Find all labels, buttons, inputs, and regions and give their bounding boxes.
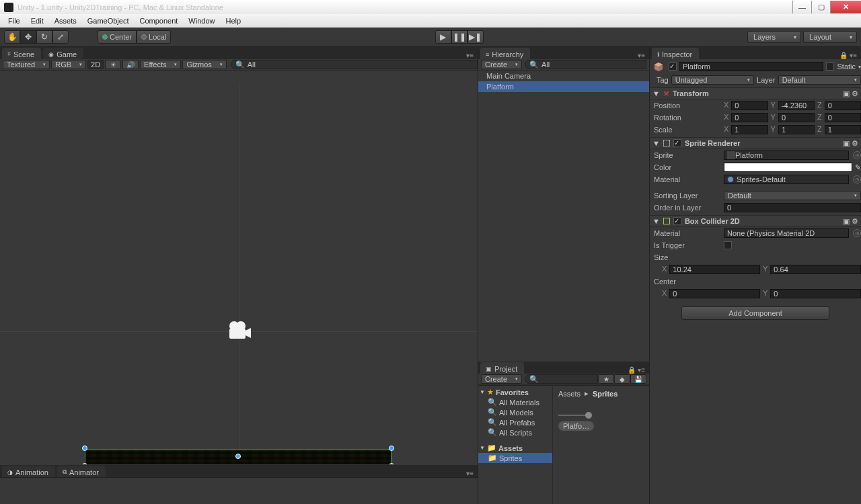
selection-handle-tl[interactable] bbox=[82, 446, 87, 451]
collider-center-y-input[interactable]: 0 bbox=[770, 289, 861, 298]
add-component-button[interactable]: Add Component bbox=[681, 306, 829, 320]
tab-inspector[interactable]: ℹInspector bbox=[652, 48, 699, 59]
camera-gizmo-icon[interactable] bbox=[227, 321, 252, 341]
menu-component[interactable]: Component bbox=[134, 17, 183, 25]
tab-scene[interactable]: ⌗Scene bbox=[2, 48, 41, 59]
project-thumbnail-slider[interactable] bbox=[558, 415, 589, 416]
project-favorites-header[interactable]: ▼★Favorites bbox=[478, 387, 552, 397]
layer-dropdown[interactable]: Default bbox=[778, 75, 861, 85]
material-object-field[interactable]: Sprites-Default bbox=[724, 175, 849, 184]
help-icon[interactable]: ▣ bbox=[843, 139, 850, 147]
tag-dropdown[interactable]: Untagged bbox=[671, 75, 754, 85]
hierarchy-item-main-camera[interactable]: Main Camera bbox=[478, 71, 649, 81]
box-collider-enabled-checkbox[interactable] bbox=[673, 217, 681, 225]
hierarchy-panel-options[interactable]: ▾≡ bbox=[638, 52, 649, 59]
pivot-rotation-button[interactable]: Local bbox=[137, 30, 171, 44]
project-create-dropdown[interactable]: Create bbox=[481, 374, 522, 384]
scene-search-input[interactable]: 🔍All bbox=[231, 60, 478, 69]
collider-size-y-input[interactable]: 0.64 bbox=[770, 265, 861, 274]
scene-view-canvas[interactable] bbox=[0, 71, 478, 464]
collider-size-x-input[interactable]: 10.24 bbox=[669, 265, 760, 274]
step-button[interactable]: ▶❚ bbox=[467, 30, 484, 44]
project-breadcrumb[interactable]: Assets▸Sprites bbox=[558, 388, 644, 398]
tab-animator[interactable]: ⧉Animator bbox=[57, 466, 106, 477]
hierarchy-create-dropdown[interactable]: Create bbox=[481, 60, 522, 69]
sprite-picker-button[interactable]: ⊙ bbox=[853, 151, 861, 159]
project-fav-models[interactable]: 🔍All Models bbox=[478, 407, 552, 417]
effects-dropdown[interactable]: Effects bbox=[140, 60, 181, 69]
order-in-layer-input[interactable]: 0 bbox=[724, 203, 861, 212]
menu-help[interactable]: Help bbox=[220, 17, 246, 25]
gizmos-dropdown[interactable]: Gizmos bbox=[182, 60, 226, 69]
mode-2d-toggle[interactable]: 2D bbox=[87, 60, 104, 69]
rotation-x-input[interactable]: 0 bbox=[731, 113, 768, 122]
window-maximize-button[interactable]: ▢ bbox=[811, 1, 830, 13]
tab-game[interactable]: ◉Game bbox=[43, 48, 83, 59]
project-fav-materials[interactable]: 🔍All Materials bbox=[478, 397, 552, 407]
selection-handle-br[interactable] bbox=[389, 463, 394, 464]
position-z-input[interactable]: 0 bbox=[825, 101, 861, 110]
rotation-y-input[interactable]: 0 bbox=[778, 113, 815, 122]
sprite-renderer-enabled-checkbox[interactable] bbox=[673, 139, 681, 147]
menu-file[interactable]: File bbox=[3, 17, 26, 25]
color-eyedropper-icon[interactable]: ✎ bbox=[855, 163, 861, 172]
is-trigger-checkbox[interactable] bbox=[724, 241, 732, 249]
help-icon[interactable]: ▣ bbox=[843, 217, 850, 225]
layout-dropdown[interactable]: Layout bbox=[803, 31, 857, 43]
gear-icon[interactable]: ⚙ bbox=[852, 89, 858, 97]
project-search-input[interactable]: 🔍 bbox=[525, 374, 598, 384]
shaded-dropdown[interactable]: Textured bbox=[3, 60, 50, 69]
hand-tool-button[interactable]: ✋ bbox=[4, 30, 20, 44]
collider-material-field[interactable]: None (Physics Material 2D bbox=[724, 228, 849, 238]
pause-button[interactable]: ❚❚ bbox=[451, 30, 467, 44]
project-filter-type[interactable]: ◆ bbox=[614, 374, 630, 384]
rgb-dropdown[interactable]: RGB bbox=[51, 60, 86, 69]
material-picker-button[interactable]: ⊙ bbox=[853, 175, 861, 183]
scene-panel-options[interactable]: ▾≡ bbox=[466, 52, 478, 59]
gameobject-active-checkbox[interactable] bbox=[669, 62, 677, 71]
menu-assets[interactable]: Assets bbox=[49, 17, 82, 25]
project-panel-options[interactable]: 🔒 ▾≡ bbox=[628, 366, 649, 374]
tab-hierarchy[interactable]: ≡Hierarchy bbox=[480, 48, 530, 59]
selection-handle-tr[interactable] bbox=[389, 446, 394, 451]
sprite-object-field[interactable]: Platform bbox=[724, 151, 849, 160]
move-tool-button[interactable]: ✥ bbox=[20, 30, 36, 44]
sprite-renderer-header[interactable]: ▼ Sprite Renderer▣ ⚙ bbox=[650, 137, 861, 149]
play-button[interactable]: ▶ bbox=[435, 30, 451, 44]
project-folder-sprites[interactable]: 📁Sprites bbox=[478, 453, 552, 463]
scale-x-input[interactable]: 1 bbox=[731, 125, 768, 134]
static-checkbox[interactable] bbox=[826, 62, 834, 71]
position-y-input[interactable]: -4.2360 bbox=[778, 101, 815, 110]
project-fav-scripts[interactable]: 🔍All Scripts bbox=[478, 427, 552, 437]
box-collider-header[interactable]: ▼ Box Collider 2D▣ ⚙ bbox=[650, 215, 861, 227]
animation-panel-options[interactable]: ▾≡ bbox=[466, 470, 478, 477]
menu-gameobject[interactable]: GameObject bbox=[82, 17, 135, 25]
scale-tool-button[interactable]: ⤢ bbox=[52, 30, 69, 44]
pivot-mode-button[interactable]: Center bbox=[98, 30, 137, 44]
menu-edit[interactable]: Edit bbox=[26, 17, 49, 25]
gear-icon[interactable]: ⚙ bbox=[852, 217, 858, 225]
selection-handle-center[interactable] bbox=[235, 454, 241, 459]
window-minimize-button[interactable]: — bbox=[792, 1, 811, 13]
scene-lighting-toggle[interactable]: ☀ bbox=[105, 60, 121, 69]
help-icon[interactable]: ▣ bbox=[843, 89, 850, 97]
layers-dropdown[interactable]: Layers bbox=[747, 31, 801, 43]
tab-project[interactable]: ▣Project bbox=[480, 362, 524, 374]
gear-icon[interactable]: ⚙ bbox=[852, 139, 858, 147]
static-dropdown-icon[interactable]: ▾ bbox=[858, 64, 861, 70]
sorting-layer-dropdown[interactable]: Default bbox=[724, 191, 861, 200]
rotate-tool-button[interactable]: ↻ bbox=[36, 30, 52, 44]
hierarchy-item-platform[interactable]: Platform bbox=[478, 81, 649, 92]
project-asset-platform[interactable]: Platfo… bbox=[558, 421, 594, 431]
rotation-z-input[interactable]: 0 bbox=[825, 113, 861, 122]
project-filter-star[interactable]: ★ bbox=[598, 374, 614, 384]
collider-center-x-input[interactable]: 0 bbox=[669, 289, 760, 298]
project-assets-header[interactable]: ▼📁Assets bbox=[478, 443, 552, 453]
project-fav-prefabs[interactable]: 🔍All Prefabs bbox=[478, 417, 552, 427]
project-save-search[interactable]: 💾 bbox=[630, 374, 646, 384]
menu-window[interactable]: Window bbox=[183, 17, 220, 25]
selection-handle-bl[interactable] bbox=[82, 463, 87, 464]
scale-z-input[interactable]: 1 bbox=[825, 125, 861, 134]
position-x-input[interactable]: 0 bbox=[731, 101, 768, 110]
gameobject-name-input[interactable]: Platform bbox=[679, 62, 823, 71]
